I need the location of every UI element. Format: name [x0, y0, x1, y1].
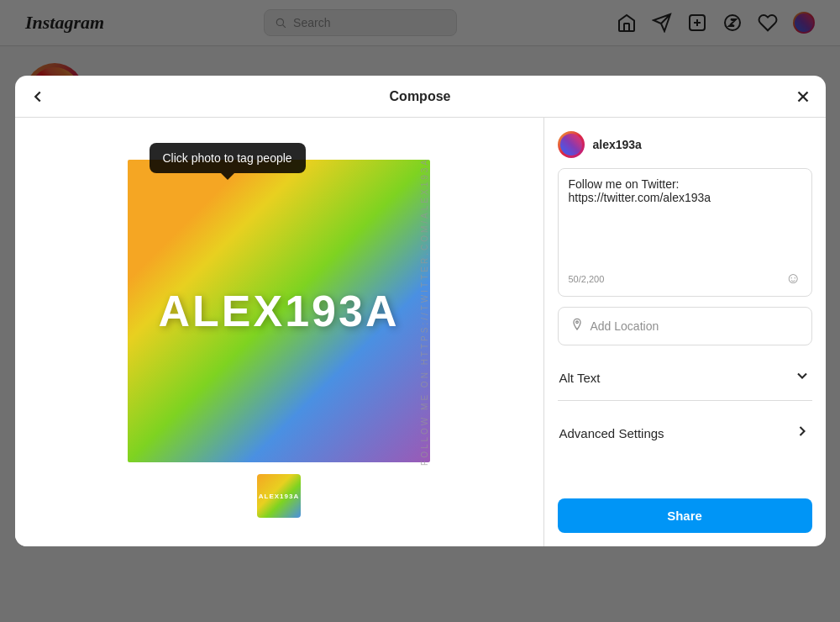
compose-modal: Compose Click photo to tag people [15, 76, 826, 546]
advanced-settings-label: Advanced Settings [559, 426, 664, 440]
username-text: alex193a [593, 138, 642, 151]
thumbnail-item[interactable]: ALEX193A [257, 474, 301, 518]
post-image[interactable]: ALEX193A FOLLOW ME ON HTTPS://TWITTER.CO… [128, 160, 430, 462]
caption-footer: 50/2,200 ☺ [569, 270, 801, 287]
modal-right-panel: alex193a 50/2,200 ☺ [544, 118, 826, 546]
pin-icon [570, 318, 584, 331]
modal-title: Compose [390, 89, 451, 104]
modal-left-panel: Click photo to tag people ALEX193A FOLLO… [15, 118, 544, 546]
share-button[interactable]: Share [558, 498, 812, 533]
post-image-text: ALEX193A [159, 286, 400, 336]
alt-text-row[interactable]: Alt Text [558, 356, 812, 401]
modal-header: Compose [15, 76, 826, 118]
advanced-settings-row[interactable]: Advanced Settings [558, 411, 812, 456]
close-icon [794, 87, 812, 106]
user-info-row: alex193a [558, 131, 812, 158]
caption-box: 50/2,200 ☺ [558, 168, 812, 297]
location-field[interactable]: Add Location [558, 307, 812, 345]
caption-count: 50/2,200 [569, 274, 605, 284]
back-arrow-icon [29, 87, 47, 106]
tag-people-tooltip: Click photo to tag people [150, 143, 306, 173]
modal-back-button[interactable] [29, 87, 47, 106]
modal-close-button[interactable] [794, 87, 812, 106]
chevron-down-icon [794, 367, 811, 388]
modal-body: Click photo to tag people ALEX193A FOLLO… [15, 118, 826, 546]
instagram-background: Instagram Search [0, 0, 840, 622]
location-placeholder: Add Location [591, 319, 659, 333]
user-avatar-small [558, 131, 585, 158]
chevron-right-icon [794, 423, 811, 444]
thumbnail-strip: ALEX193A [257, 474, 301, 518]
watermark-text: FOLLOW ME ON HTTPS://TWITTER.COM/ALEX193… [420, 157, 429, 466]
emoji-button[interactable]: ☺ [785, 270, 801, 287]
svg-point-10 [575, 321, 578, 324]
thumbnail-text: ALEX193A [259, 493, 299, 500]
location-icon [570, 318, 584, 335]
watermark-side: FOLLOW ME ON HTTPS://TWITTER.COM/ALEX193… [412, 160, 437, 462]
caption-textarea[interactable] [569, 177, 801, 261]
modal-overlay: Compose Click photo to tag people [0, 0, 840, 622]
alt-text-label: Alt Text [559, 371, 601, 385]
